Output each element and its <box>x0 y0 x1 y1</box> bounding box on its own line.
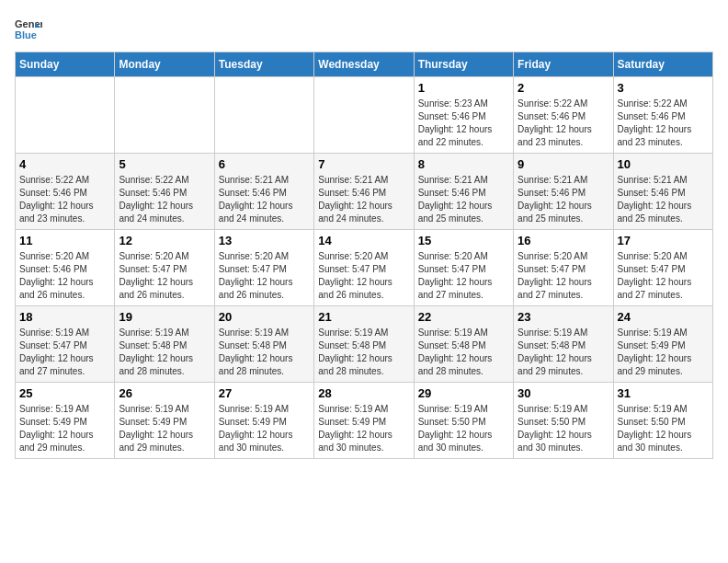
day-number: 8 <box>418 157 509 171</box>
day-info: Sunrise: 5:19 AM Sunset: 5:47 PM Dayligh… <box>19 327 110 378</box>
day-number: 29 <box>418 386 509 400</box>
day-info: Sunrise: 5:19 AM Sunset: 5:49 PM Dayligh… <box>318 403 409 454</box>
day-info: Sunrise: 5:20 AM Sunset: 5:47 PM Dayligh… <box>119 250 210 302</box>
day-number: 11 <box>19 234 110 247</box>
calendar-cell: 16Sunrise: 5:20 AM Sunset: 5:47 PM Dayli… <box>514 230 613 306</box>
calendar-cell: 30Sunrise: 5:19 AM Sunset: 5:50 PM Dayli… <box>514 383 613 459</box>
day-number: 20 <box>219 310 310 324</box>
day-number: 1 <box>418 81 509 95</box>
day-info: Sunrise: 5:22 AM Sunset: 5:46 PM Dayligh… <box>618 98 709 149</box>
day-number: 4 <box>19 157 110 171</box>
day-number: 19 <box>119 310 210 324</box>
day-number: 22 <box>418 310 509 324</box>
day-info: Sunrise: 5:21 AM Sunset: 5:46 PM Dayligh… <box>318 174 409 225</box>
calendar-cell: 24Sunrise: 5:19 AM Sunset: 5:49 PM Dayli… <box>613 306 712 383</box>
calendar-cell: 23Sunrise: 5:19 AM Sunset: 5:48 PM Dayli… <box>514 306 613 383</box>
day-number: 23 <box>518 310 609 324</box>
day-info: Sunrise: 5:20 AM Sunset: 5:47 PM Dayligh… <box>518 250 609 302</box>
calendar-cell: 14Sunrise: 5:20 AM Sunset: 5:47 PM Dayli… <box>314 230 414 306</box>
day-info: Sunrise: 5:19 AM Sunset: 5:49 PM Dayligh… <box>618 327 709 378</box>
calendar-cell: 27Sunrise: 5:19 AM Sunset: 5:49 PM Dayli… <box>214 383 313 459</box>
day-number: 18 <box>19 310 110 324</box>
calendar-cell: 11Sunrise: 5:20 AM Sunset: 5:46 PM Dayli… <box>16 230 115 306</box>
day-info: Sunrise: 5:22 AM Sunset: 5:46 PM Dayligh… <box>119 174 210 225</box>
weekday-header-wednesday: Wednesday <box>314 52 414 77</box>
calendar-cell: 19Sunrise: 5:19 AM Sunset: 5:48 PM Dayli… <box>115 306 214 383</box>
day-info: Sunrise: 5:19 AM Sunset: 5:50 PM Dayligh… <box>518 403 609 454</box>
day-number: 21 <box>318 310 409 324</box>
calendar-cell: 6Sunrise: 5:21 AM Sunset: 5:46 PM Daylig… <box>214 154 313 230</box>
calendar-cell: 5Sunrise: 5:22 AM Sunset: 5:46 PM Daylig… <box>115 154 214 230</box>
day-number: 28 <box>318 386 409 400</box>
calendar-cell: 8Sunrise: 5:21 AM Sunset: 5:46 PM Daylig… <box>414 154 513 230</box>
day-info: Sunrise: 5:19 AM Sunset: 5:50 PM Dayligh… <box>618 403 709 454</box>
day-number: 27 <box>219 386 310 400</box>
day-number: 2 <box>518 81 609 95</box>
calendar-cell: 28Sunrise: 5:19 AM Sunset: 5:49 PM Dayli… <box>314 383 414 459</box>
calendar-cell: 31Sunrise: 5:19 AM Sunset: 5:50 PM Dayli… <box>613 383 712 459</box>
weekday-header-saturday: Saturday <box>613 52 712 77</box>
weekday-header-thursday: Thursday <box>414 52 513 77</box>
day-info: Sunrise: 5:23 AM Sunset: 5:46 PM Dayligh… <box>418 98 509 149</box>
day-info: Sunrise: 5:19 AM Sunset: 5:50 PM Dayligh… <box>418 403 509 454</box>
calendar-cell: 29Sunrise: 5:19 AM Sunset: 5:50 PM Dayli… <box>414 383 513 459</box>
day-number: 26 <box>119 386 210 400</box>
calendar-cell <box>314 77 414 154</box>
day-info: Sunrise: 5:19 AM Sunset: 5:48 PM Dayligh… <box>518 327 609 378</box>
calendar-cell: 17Sunrise: 5:20 AM Sunset: 5:47 PM Dayli… <box>613 230 712 306</box>
day-info: Sunrise: 5:22 AM Sunset: 5:46 PM Dayligh… <box>518 98 609 149</box>
day-info: Sunrise: 5:19 AM Sunset: 5:49 PM Dayligh… <box>219 403 310 454</box>
day-number: 10 <box>618 157 709 171</box>
day-number: 13 <box>219 234 310 247</box>
calendar-cell: 7Sunrise: 5:21 AM Sunset: 5:46 PM Daylig… <box>314 154 414 230</box>
day-number: 16 <box>518 234 609 247</box>
day-number: 5 <box>119 157 210 171</box>
day-number: 12 <box>119 234 210 247</box>
day-info: Sunrise: 5:19 AM Sunset: 5:48 PM Dayligh… <box>418 327 509 378</box>
day-info: Sunrise: 5:20 AM Sunset: 5:46 PM Dayligh… <box>19 250 110 302</box>
calendar-cell: 15Sunrise: 5:20 AM Sunset: 5:47 PM Dayli… <box>414 230 513 306</box>
day-info: Sunrise: 5:21 AM Sunset: 5:46 PM Dayligh… <box>618 174 709 225</box>
day-number: 17 <box>618 234 709 247</box>
calendar-cell <box>115 77 214 154</box>
calendar-cell <box>214 77 313 154</box>
page-header: General Blue <box>15 15 713 42</box>
day-info: Sunrise: 5:19 AM Sunset: 5:49 PM Dayligh… <box>19 403 110 454</box>
day-info: Sunrise: 5:19 AM Sunset: 5:48 PM Dayligh… <box>119 327 210 378</box>
weekday-header-tuesday: Tuesday <box>214 52 313 77</box>
weekday-header-friday: Friday <box>514 52 613 77</box>
logo-icon: General Blue <box>15 15 42 42</box>
day-info: Sunrise: 5:20 AM Sunset: 5:47 PM Dayligh… <box>618 250 709 302</box>
svg-text:Blue: Blue <box>15 29 37 40</box>
svg-text:General: General <box>15 18 42 29</box>
day-number: 7 <box>318 157 409 171</box>
calendar-cell: 26Sunrise: 5:19 AM Sunset: 5:49 PM Dayli… <box>115 383 214 459</box>
day-number: 31 <box>618 386 709 400</box>
weekday-header-monday: Monday <box>115 52 214 77</box>
calendar-cell: 25Sunrise: 5:19 AM Sunset: 5:49 PM Dayli… <box>16 383 115 459</box>
logo: General Blue <box>15 15 42 42</box>
day-info: Sunrise: 5:22 AM Sunset: 5:46 PM Dayligh… <box>19 174 110 225</box>
day-info: Sunrise: 5:19 AM Sunset: 5:49 PM Dayligh… <box>119 403 210 454</box>
day-number: 15 <box>418 234 509 247</box>
day-info: Sunrise: 5:19 AM Sunset: 5:48 PM Dayligh… <box>219 327 310 378</box>
calendar-cell: 18Sunrise: 5:19 AM Sunset: 5:47 PM Dayli… <box>16 306 115 383</box>
calendar-cell: 3Sunrise: 5:22 AM Sunset: 5:46 PM Daylig… <box>613 77 712 154</box>
day-number: 3 <box>618 81 709 95</box>
calendar-cell: 12Sunrise: 5:20 AM Sunset: 5:47 PM Dayli… <box>115 230 214 306</box>
calendar-cell: 9Sunrise: 5:21 AM Sunset: 5:46 PM Daylig… <box>514 154 613 230</box>
day-number: 30 <box>518 386 609 400</box>
calendar-cell: 1Sunrise: 5:23 AM Sunset: 5:46 PM Daylig… <box>414 77 513 154</box>
calendar-cell: 21Sunrise: 5:19 AM Sunset: 5:48 PM Dayli… <box>314 306 414 383</box>
calendar-cell: 20Sunrise: 5:19 AM Sunset: 5:48 PM Dayli… <box>214 306 313 383</box>
calendar-cell: 4Sunrise: 5:22 AM Sunset: 5:46 PM Daylig… <box>16 154 115 230</box>
day-info: Sunrise: 5:21 AM Sunset: 5:46 PM Dayligh… <box>219 174 310 225</box>
day-number: 14 <box>318 234 409 247</box>
calendar-cell: 13Sunrise: 5:20 AM Sunset: 5:47 PM Dayli… <box>214 230 313 306</box>
day-info: Sunrise: 5:21 AM Sunset: 5:46 PM Dayligh… <box>518 174 609 225</box>
calendar-cell: 22Sunrise: 5:19 AM Sunset: 5:48 PM Dayli… <box>414 306 513 383</box>
day-info: Sunrise: 5:19 AM Sunset: 5:48 PM Dayligh… <box>318 327 409 378</box>
day-number: 24 <box>618 310 709 324</box>
day-info: Sunrise: 5:21 AM Sunset: 5:46 PM Dayligh… <box>418 174 509 225</box>
day-info: Sunrise: 5:20 AM Sunset: 5:47 PM Dayligh… <box>418 250 509 302</box>
